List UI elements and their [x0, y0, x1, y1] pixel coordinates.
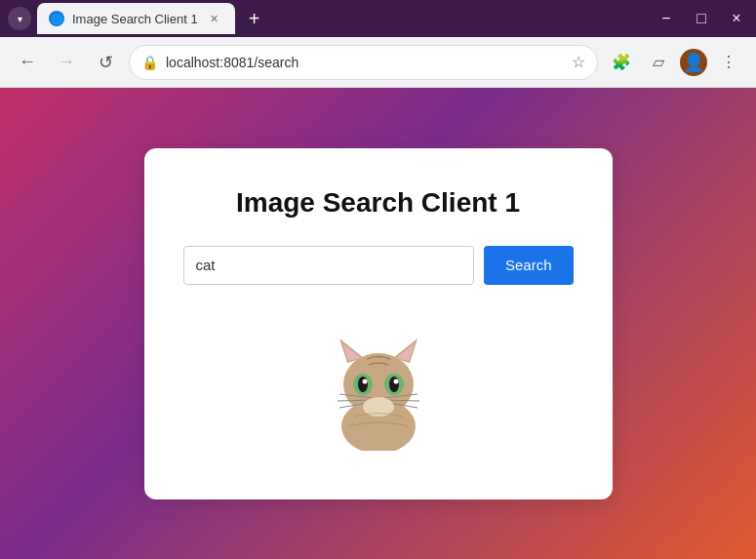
search-input[interactable] [183, 246, 474, 285]
tab-favicon-icon [49, 11, 64, 26]
split-button[interactable]: ▱ [643, 47, 674, 78]
bookmark-icon[interactable]: ☆ [572, 53, 585, 71]
browser-window: ▾ Image Search Client 1 × + − □ × ← → ↺ … [0, 0, 756, 559]
title-bar: ▾ Image Search Client 1 × + − □ × [0, 0, 756, 37]
browser-tab[interactable]: Image Search Client 1 × [37, 3, 235, 34]
svg-point-11 [393, 379, 398, 383]
forward-button[interactable]: → [51, 47, 82, 78]
new-tab-button[interactable]: + [241, 5, 268, 32]
tab-close-button[interactable]: × [206, 10, 223, 27]
secure-icon: 🔒 [141, 55, 158, 70]
tab-title: Image Search Client 1 [72, 12, 198, 26]
minimize-button[interactable]: − [655, 7, 678, 30]
more-button[interactable]: ⋮ [713, 47, 744, 78]
maximize-button[interactable]: □ [690, 7, 713, 30]
avatar[interactable]: 👤 [680, 49, 707, 76]
search-button[interactable]: Search [484, 246, 574, 285]
svg-point-9 [389, 377, 399, 392]
reload-button[interactable]: ↺ [90, 47, 121, 78]
svg-point-10 [362, 379, 367, 383]
search-result-image [320, 314, 437, 451]
page-content: Image Search Client 1 Search [0, 88, 756, 559]
nav-extras: 🧩 ▱ 👤 ⋮ [606, 47, 744, 78]
close-button[interactable]: × [725, 7, 748, 30]
cat-svg [320, 314, 437, 451]
svg-point-8 [358, 377, 368, 392]
extensions-button[interactable]: 🧩 [606, 47, 637, 78]
search-row: Search [183, 246, 574, 285]
address-bar[interactable]: 🔒 ☆ [129, 45, 598, 80]
navigation-bar: ← → ↺ 🔒 ☆ 🧩 ▱ 👤 ⋮ [0, 37, 756, 88]
address-input[interactable] [166, 55, 564, 70]
tab-dropdown-button[interactable]: ▾ [8, 7, 31, 30]
back-button[interactable]: ← [12, 47, 43, 78]
window-controls: − □ × [655, 7, 748, 30]
page-title: Image Search Client 1 [236, 187, 520, 219]
search-card: Image Search Client 1 Search [144, 148, 613, 499]
